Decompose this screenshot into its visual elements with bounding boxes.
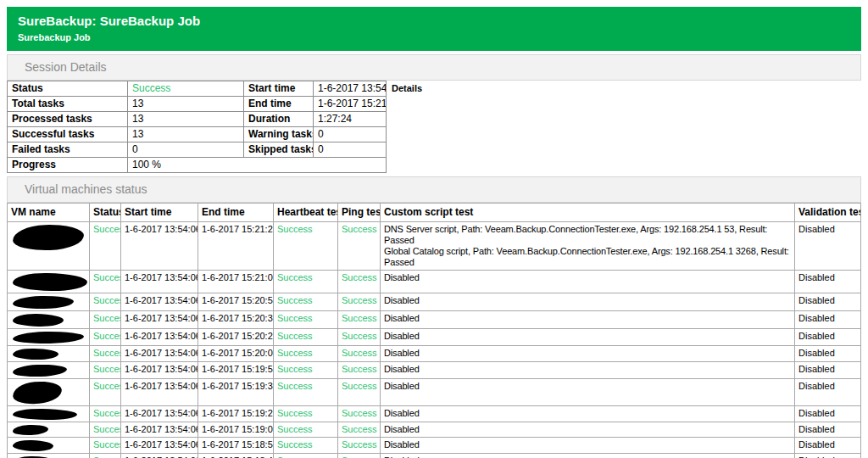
session-value-end-time: 1-6-2017 15:21:30 xyxy=(314,97,387,112)
vm-table-row: Success 1-6-2017 13:54:06 1-6-2017 15:19… xyxy=(8,362,861,379)
session-value-total-tasks: 13 xyxy=(128,97,244,112)
vm-heartbeat-cell: Success xyxy=(274,293,338,311)
vm-validation-cell: Disabled xyxy=(795,438,861,454)
vm-table-row: Success 1-6-2017 13:54:06 1-6-2017 15:19… xyxy=(8,422,861,438)
vm-start-time-cell: 1-6-2017 13:54:06 xyxy=(121,329,198,346)
column-header-custom-script-test: Custom script test xyxy=(381,204,795,222)
redacted-vm-name xyxy=(13,408,77,420)
vm-table-row: Success 1-6-2017 13:54:06 1-6-2017 15:20… xyxy=(8,346,861,362)
vm-start-time-cell: 1-6-2017 13:54:06 xyxy=(121,362,198,379)
vm-end-time-cell: 1-6-2017 15:21:27 xyxy=(198,222,274,271)
column-header-vm-name: VM name xyxy=(8,204,90,222)
vm-name-cell xyxy=(8,222,90,271)
vm-custom-script-cell: Disabled xyxy=(381,271,795,293)
report-page: SureBackup: SureBackup Job Surebackup Jo… xyxy=(7,7,861,458)
vm-end-time-cell: 1-6-2017 15:18:40 xyxy=(198,454,274,458)
report-title: SureBackup: SureBackup Job xyxy=(18,14,849,28)
vm-start-time-cell: 1-6-2017 13:54:06 xyxy=(121,293,198,311)
vm-heartbeat-cell: Success xyxy=(274,406,338,422)
vm-name-cell xyxy=(8,454,90,458)
vm-status-cell: Success xyxy=(90,379,121,406)
vm-heartbeat-cell: Success xyxy=(274,438,338,454)
vm-custom-script-cell: Disabled xyxy=(381,311,795,329)
vm-ping-cell: Success xyxy=(338,311,381,329)
vm-status-section-bar: Virtual machines status xyxy=(7,176,861,203)
vm-status-cell: Success xyxy=(90,329,121,346)
session-details-section-bar: Session Details xyxy=(7,54,861,81)
session-label-skipped-tasks: Skipped tasks xyxy=(244,142,314,158)
report-header: SureBackup: SureBackup Job Surebackup Jo… xyxy=(7,7,861,51)
vm-status-cell: Success xyxy=(90,311,121,329)
vm-name-cell xyxy=(8,362,90,379)
column-header-validation-test: Validation test xyxy=(795,204,861,222)
vm-name-cell xyxy=(8,311,90,329)
column-header-heartbeat-test: Heartbeat test xyxy=(274,204,338,222)
session-label-total-tasks: Total tasks xyxy=(8,97,128,112)
vm-end-time-cell: 1-6-2017 15:18:54 xyxy=(198,438,274,454)
vm-table-row: Success 1-6-2017 13:54:06 1-6-2017 15:20… xyxy=(8,311,861,329)
session-value-duration: 1:27:24 xyxy=(314,112,387,127)
vm-start-time-cell: 1-6-2017 13:54:06 xyxy=(121,379,198,406)
vm-status-cell: Success xyxy=(90,406,121,422)
vm-status-cell: Success xyxy=(90,271,121,293)
vm-ping-cell: Success xyxy=(338,293,381,311)
vm-table-row: Success 1-6-2017 13:54:06 1-6-2017 15:21… xyxy=(8,222,861,271)
session-label-progress: Progress xyxy=(8,158,128,173)
vm-heartbeat-cell: Success xyxy=(274,271,338,293)
vm-end-time-cell: 1-6-2017 15:19:23 xyxy=(198,406,274,422)
vm-ping-cell: Success xyxy=(338,406,381,422)
redacted-vm-name xyxy=(13,364,67,377)
vm-table-row: Success 1-6-2017 13:54:06 1-6-2017 15:21… xyxy=(8,271,861,293)
vm-ping-cell: Success xyxy=(338,362,381,379)
vm-ping-cell: Success xyxy=(338,422,381,438)
vm-start-time-cell: 1-6-2017 13:54:06 xyxy=(121,346,198,362)
vm-validation-cell: Disabled xyxy=(795,454,861,458)
redacted-vm-name xyxy=(13,439,53,452)
vm-name-cell xyxy=(8,293,90,311)
redacted-vm-name xyxy=(13,224,85,252)
vm-ping-cell: Success xyxy=(338,346,381,362)
vm-validation-cell: Disabled xyxy=(795,311,861,329)
vm-end-time-cell: 1-6-2017 15:20:07 xyxy=(198,346,274,362)
session-value-skipped-tasks: 0 xyxy=(314,142,387,158)
session-label-failed-tasks: Failed tasks xyxy=(8,142,128,158)
vm-table-row: Success 1-6-2017 13:54:06 1-6-2017 15:20… xyxy=(8,329,861,346)
vm-name-cell xyxy=(8,379,90,406)
vm-table-row: Success 1-6-2017 13:54:06 1-6-2017 15:20… xyxy=(8,293,861,311)
redacted-vm-name xyxy=(13,331,84,344)
redacted-vm-name xyxy=(13,272,87,292)
vm-start-time-cell: 1-6-2017 13:54:06 xyxy=(121,438,198,454)
vm-name-cell xyxy=(8,271,90,293)
vm-heartbeat-cell: Success xyxy=(274,362,338,379)
column-header-end-time: End time xyxy=(198,204,274,222)
session-details-title: Session Details xyxy=(25,60,107,74)
session-label-successful-tasks: Successful tasks xyxy=(8,127,128,142)
vm-heartbeat-cell: Success xyxy=(274,346,338,362)
session-label-end-time: End time xyxy=(244,97,314,112)
vm-ping-cell: Success xyxy=(338,379,381,406)
session-label-status: Status xyxy=(8,81,128,97)
vm-heartbeat-cell: Success xyxy=(274,311,338,329)
vm-table-header-row: VM name Status Start time End time Heart… xyxy=(8,204,861,222)
vm-end-time-cell: 1-6-2017 15:20:51 xyxy=(198,293,274,311)
vm-validation-cell: Disabled xyxy=(795,362,861,379)
vm-name-cell xyxy=(8,406,90,422)
vm-custom-script-cell: Disabled xyxy=(381,346,795,362)
column-header-ping-test: Ping test xyxy=(338,204,381,222)
vm-name-cell xyxy=(8,346,90,362)
redacted-vm-name xyxy=(12,380,63,406)
vm-status-cell: Success xyxy=(90,222,121,271)
session-value-progress: 100 % xyxy=(128,158,387,173)
details-column: Details xyxy=(387,81,862,173)
vm-validation-cell: Disabled xyxy=(795,222,861,271)
session-label-warning-tasks: Warning tasks xyxy=(244,127,314,142)
vm-heartbeat-cell: Success xyxy=(274,329,338,346)
vm-validation-cell: Disabled xyxy=(795,293,861,311)
vm-end-time-cell: 1-6-2017 15:20:22 xyxy=(198,329,274,346)
vm-custom-script-cell: Disabled xyxy=(381,454,795,458)
vm-status-table: VM name Status Start time End time Heart… xyxy=(7,203,861,458)
vm-status-cell: Success xyxy=(90,362,121,379)
column-header-start-time: Start time xyxy=(121,204,198,222)
session-details-table: Status Success Start time 1-6-2017 13:54… xyxy=(7,81,861,173)
vm-end-time-cell: 1-6-2017 15:19:09 xyxy=(198,422,274,438)
